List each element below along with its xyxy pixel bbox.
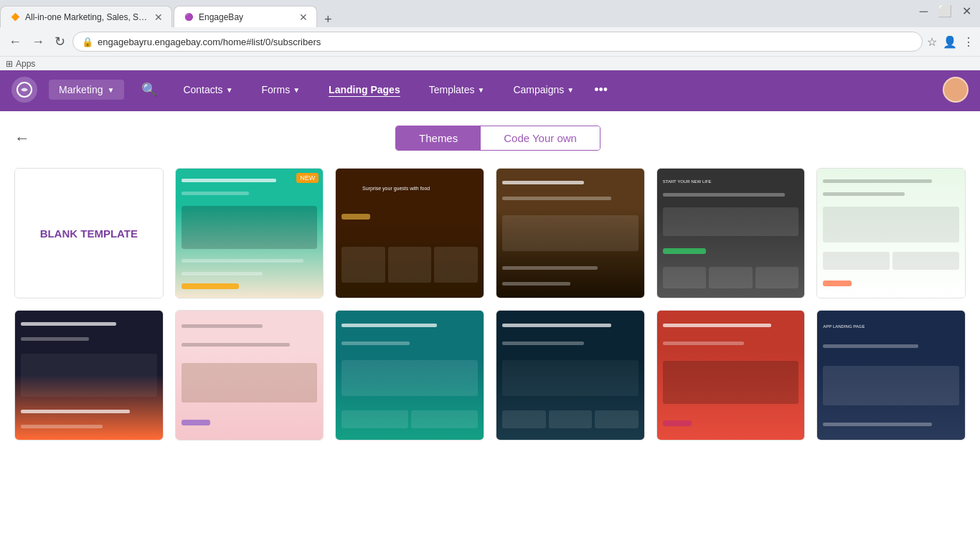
interior-template-thumb [176, 311, 324, 440]
apps-label: Apps [16, 59, 35, 69]
content-area: ← Themes Code Your own BLANK TEMPLATE NE… [0, 111, 980, 551]
template-card-food[interactable]: Surprise your guests with food [335, 168, 484, 298]
apps-grid-icon: ⊞ [6, 59, 13, 69]
tab-icon-2: 🟣 [183, 11, 194, 23]
template-card-interior[interactable] [175, 310, 324, 441]
address-text: engagebayru.engagebay.com/home#list/0/su… [98, 37, 321, 47]
marketing-label: Marketing [59, 84, 103, 95]
back-navigation-button[interactable]: ← [6, 32, 24, 52]
landing-pages-nav[interactable]: Landing Pages [320, 84, 409, 95]
blank-template-preview: BLANK TEMPLATE [15, 169, 163, 298]
contacts-nav[interactable]: Contacts ▼ [174, 84, 241, 95]
search-button[interactable]: 🔍 [136, 76, 163, 103]
medical-template-thumb: START YOUR NEW LIFE [657, 169, 805, 298]
close-button[interactable]: ✕ [962, 4, 971, 18]
minimize-button[interactable]: ─ [920, 5, 928, 18]
more-options-button[interactable]: ••• [594, 83, 608, 98]
lock-icon: 🔒 [82, 37, 93, 47]
tab-title-1: All-in-one Marketing, Sales, Sup... [25, 12, 150, 22]
tab-icon-1: 🔶 [9, 11, 21, 23]
marketing-nav-button[interactable]: Marketing ▼ [49, 80, 124, 100]
app-header: Marketing ▼ 🔍 Contacts ▼ Forms ▼ Landing… [0, 68, 980, 111]
browser-tab-2[interactable]: 🟣 EngageBay ✕ [174, 6, 317, 27]
address-bar[interactable]: 🔒 engagebayru.engagebay.com/home#list/0/… [72, 32, 923, 52]
new-badge: NEW [296, 173, 319, 183]
coffee-template-thumb [496, 169, 644, 298]
template-card-medical[interactable]: START YOUR NEW LIFE [656, 168, 806, 298]
template-card-tech[interactable] [335, 310, 484, 441]
app-template-thumb: APP LANDING PAGE [817, 311, 965, 440]
template-card-blank[interactable]: BLANK TEMPLATE [14, 168, 164, 298]
user-profile-icon[interactable]: 👤 [943, 35, 957, 49]
template-card-lipstick[interactable] [656, 310, 806, 441]
forward-navigation-button[interactable]: → [29, 32, 47, 52]
user-avatar[interactable] [943, 77, 969, 103]
app-logo[interactable] [11, 77, 37, 103]
code-your-own-tab[interactable]: Code Your own [481, 126, 600, 150]
tab-title-2: EngageBay [199, 12, 295, 22]
template-grid: BLANK TEMPLATE NEW Surprise y [14, 168, 966, 441]
contacts-dropdown-icon: ▼ [226, 86, 233, 94]
template-card-event[interactable] [496, 310, 645, 441]
tab-close-2[interactable]: ✕ [299, 11, 308, 23]
engagebay-logo-icon [17, 82, 32, 98]
forms-nav[interactable]: Forms ▼ [253, 84, 309, 95]
template-card-app[interactable]: APP LANDING PAGE [816, 310, 966, 441]
blank-template-label: BLANK TEMPLATE [40, 226, 138, 241]
back-button[interactable]: ← [14, 129, 30, 148]
event-template-thumb [496, 311, 644, 440]
themes-tab[interactable]: Themes [396, 126, 481, 150]
top-bar: ← Themes Code Your own [14, 126, 966, 151]
extensions-icon[interactable]: ⋮ [963, 35, 974, 49]
lipstick-template-thumb [657, 311, 805, 440]
tab-close-1[interactable]: ✕ [154, 11, 163, 23]
corporate-template-thumb [15, 311, 163, 440]
template-card-education[interactable] [816, 168, 966, 298]
reload-button[interactable]: ↻ [52, 31, 68, 52]
templates-dropdown-icon: ▼ [478, 86, 485, 94]
campaigns-dropdown-icon: ▼ [567, 86, 574, 94]
templates-nav[interactable]: Templates ▼ [420, 84, 494, 95]
template-card-coffee[interactable] [496, 168, 645, 298]
headphones-template-thumb: NEW [176, 169, 324, 298]
template-card-corporate[interactable] [14, 310, 164, 441]
food-template-thumb: Surprise your guests with food [336, 169, 484, 298]
campaigns-nav[interactable]: Campaigns ▼ [504, 84, 583, 95]
bookmark-icon[interactable]: ☆ [927, 35, 937, 49]
marketing-dropdown-icon: ▼ [107, 86, 114, 94]
new-tab-button[interactable]: + [319, 12, 338, 27]
maximize-button[interactable]: ⬜ [938, 4, 952, 18]
education-template-thumb [817, 169, 965, 298]
view-tab-group: Themes Code Your own [395, 126, 600, 151]
browser-tab-1[interactable]: 🔶 All-in-one Marketing, Sales, Sup... ✕ [0, 6, 172, 27]
template-card-headphones[interactable]: NEW [175, 168, 324, 298]
tech-template-thumb [336, 311, 484, 440]
forms-dropdown-icon: ▼ [293, 86, 300, 94]
